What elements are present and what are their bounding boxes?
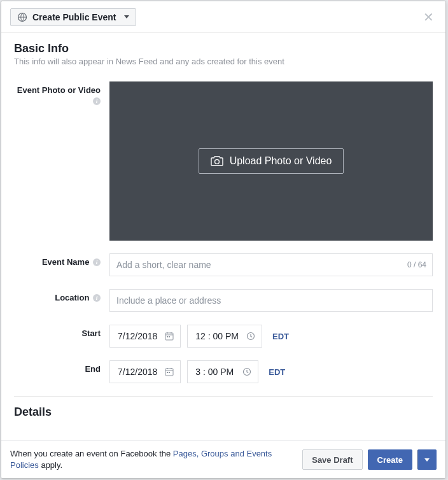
camera-icon [211, 156, 223, 166]
label-event-photo: Event Photo or Video i [14, 81, 109, 107]
event-name-wrapper: 0 / 64 [109, 253, 433, 276]
end-date-value: 7/12/2018 [118, 367, 157, 377]
close-icon[interactable]: ✕ [421, 8, 437, 26]
divider [14, 396, 433, 397]
start-timezone-link[interactable]: EDT [269, 332, 293, 341]
chevron-down-icon [424, 458, 430, 462]
label-location: Location i [14, 289, 109, 312]
end-timezone-link[interactable]: EDT [265, 367, 289, 377]
dialog-body: Basic Info This info will also appear in… [1, 33, 445, 441]
start-date-value: 7/12/2018 [118, 331, 157, 341]
end-datetime-group: 7/12/2018 3 : 00 PM EDT [109, 360, 289, 383]
start-date-input[interactable]: 7/12/2018 [109, 325, 181, 348]
upload-label: Upload Photo or Video [230, 155, 332, 167]
calendar-icon [165, 332, 174, 341]
row-start: Start 7/12/2018 12 : 00 PM EDT [14, 325, 433, 348]
end-date-input[interactable]: 7/12/2018 [109, 360, 181, 383]
label-start: Start [14, 325, 109, 348]
event-name-input[interactable] [109, 253, 433, 276]
row-end: End 7/12/2018 3 : 00 PM EDT [14, 360, 433, 383]
globe-icon [17, 12, 27, 22]
info-icon[interactable]: i [93, 258, 101, 266]
create-dropdown-button[interactable] [417, 449, 437, 470]
svg-rect-14 [169, 372, 170, 373]
clock-icon [242, 367, 251, 376]
calendar-icon [165, 367, 174, 376]
media-upload-area: Upload Photo or Video [109, 81, 433, 241]
event-privacy-button[interactable]: Create Public Event [10, 8, 136, 26]
row-event-photo: Event Photo or Video i Upload Photo or V… [14, 81, 433, 241]
svg-rect-13 [167, 372, 168, 373]
info-icon[interactable]: i [93, 97, 101, 105]
row-event-name: Event Name i 0 / 64 [14, 253, 433, 276]
label-end: End [14, 360, 109, 383]
dialog-footer: When you create an event on Facebook the… [1, 441, 445, 478]
create-button[interactable]: Create [368, 449, 412, 470]
svg-point-1 [214, 160, 219, 164]
start-datetime-group: 7/12/2018 12 : 00 PM EDT [109, 325, 293, 348]
info-icon[interactable]: i [93, 294, 101, 302]
dialog-title: Create Public Event [32, 12, 116, 22]
section-title-details: Details [14, 406, 433, 419]
dialog-header: Create Public Event ✕ [1, 1, 445, 33]
char-count: 0 / 64 [407, 253, 426, 276]
location-input[interactable] [109, 289, 433, 312]
scroll-area[interactable]: Basic Info This info will also appear in… [1, 33, 445, 441]
row-location: Location i [14, 289, 433, 312]
label-event-name: Event Name i [14, 253, 109, 276]
clock-icon [246, 332, 255, 341]
svg-rect-6 [167, 336, 168, 337]
save-draft-button[interactable]: Save Draft [302, 449, 362, 470]
section-title-basic-info: Basic Info [14, 42, 433, 55]
create-event-dialog: Create Public Event ✕ Basic Info This in… [1, 1, 446, 479]
svg-rect-7 [169, 336, 170, 337]
end-time-input[interactable]: 3 : 00 PM [187, 360, 258, 383]
footer-policy-text: When you create an event on Facebook the… [10, 448, 297, 471]
chevron-down-icon [124, 15, 129, 18]
start-time-input[interactable]: 12 : 00 PM [187, 325, 262, 348]
end-time-value: 3 : 00 PM [195, 367, 234, 377]
section-subtitle: This info will also appear in News Feed … [14, 57, 433, 66]
upload-photo-button[interactable]: Upload Photo or Video [199, 148, 344, 174]
start-time-value: 12 : 00 PM [195, 331, 239, 341]
